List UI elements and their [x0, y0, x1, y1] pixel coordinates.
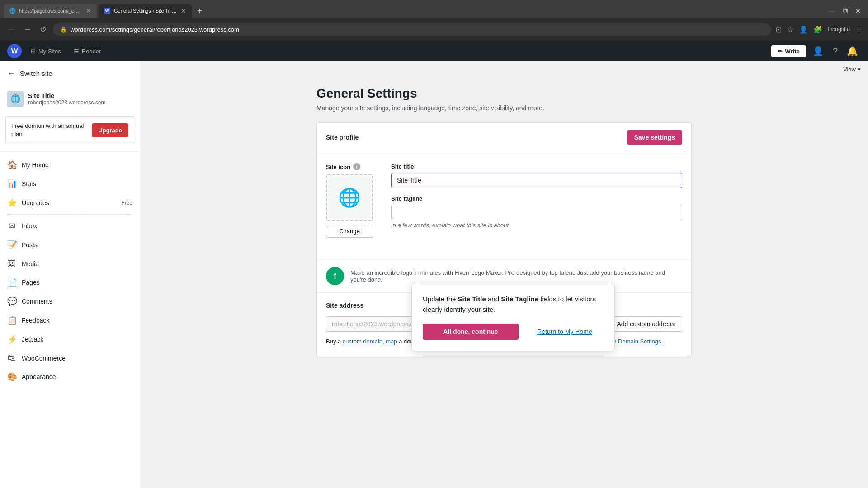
sidebar-label-media: Media [22, 260, 39, 267]
site-info: 🌐 Site Title robertjonas2023.wordpress.c… [0, 85, 140, 113]
change-icon-button[interactable]: Change [326, 225, 373, 238]
site-title-input[interactable] [391, 173, 682, 188]
save-settings-button[interactable]: Save settings [627, 130, 682, 145]
tooltip-text: Update the Site Title and Site Tagline f… [423, 294, 604, 314]
home-icon: 🏠 [7, 160, 16, 170]
tab-close-2[interactable]: ✕ [181, 7, 186, 14]
profile-icon[interactable]: 👤 [799, 25, 808, 34]
view-bar: View ▾ [140, 61, 868, 77]
maximize-icon[interactable]: ⧉ [843, 7, 848, 15]
card-body: Site icon i 🌐 Change Site title [317, 152, 691, 259]
tab-inactive[interactable]: 🌐 https://pageflows.com/_emails/ ✕ [4, 4, 97, 18]
upgrade-button[interactable]: Upgrade [92, 123, 128, 137]
lock-icon: 🔒 [60, 26, 67, 33]
sidebar-label-woocommerce: WooCommerce [22, 355, 66, 362]
close-icon[interactable]: ✕ [855, 7, 861, 15]
card-header: Site profile Save settings [317, 123, 691, 152]
site-tagline-hint: In a few words, explain what this site i… [391, 222, 682, 229]
view-button[interactable]: View ▾ [843, 66, 861, 73]
site-icon-preview: 🌐 [326, 174, 373, 221]
tab-active[interactable]: W General Settings ‹ Site Title — W... ✕ [99, 4, 192, 18]
sidebar-item-comments[interactable]: 💬 Comments [0, 292, 140, 311]
sidebar-divider-1 [0, 151, 140, 152]
upgrade-text: Free domain with an annual plan [11, 122, 92, 138]
jetpack-icon: ⚡ [7, 334, 16, 344]
upgrades-icon: ⭐ [7, 198, 16, 208]
site-url: robertjonas2023.wordpress.com [28, 99, 105, 106]
sidebar-item-posts[interactable]: 📝 Posts [0, 235, 140, 254]
site-details: Site Title robertjonas2023.wordpress.com [28, 92, 105, 106]
sidebar-item-upgrades[interactable]: ⭐ Upgrades Free [0, 193, 140, 212]
my-sites-link[interactable]: ⊞ My Sites [25, 45, 66, 57]
forward-button[interactable]: → [22, 23, 33, 36]
site-tagline-input[interactable] [391, 205, 682, 220]
reload-button[interactable]: ↺ [38, 23, 48, 36]
user-button[interactable]: 👤 [810, 43, 826, 59]
url-text: wordpress.com/settings/general/robertjon… [71, 26, 239, 33]
menu-icon[interactable]: ⋮ [855, 25, 863, 34]
comments-icon: 💬 [7, 296, 16, 306]
sidebar-item-my-home[interactable]: 🏠 My Home [0, 155, 140, 174]
reader-link[interactable]: ☰ Reader [68, 45, 107, 57]
help-button[interactable]: ? [830, 43, 840, 59]
custom-domain-link[interactable]: custom domain [343, 338, 382, 345]
feedback-icon: 📋 [7, 315, 16, 325]
main-layout: ← Switch site 🌐 Site Title robertjonas20… [0, 61, 868, 488]
browser-actions: ⊡ ☆ 👤 🧩 Incognito ⋮ [776, 25, 863, 34]
inbox-icon: ✉ [7, 221, 16, 231]
wp-logo: W [7, 44, 22, 58]
notifications-button[interactable]: 🔔 [844, 43, 861, 59]
upgrades-badge: Free [121, 200, 132, 206]
sidebar-item-jetpack[interactable]: ⚡ Jetpack [0, 330, 140, 349]
sidebar-item-woocommerce[interactable]: 🛍 WooCommerce [0, 349, 140, 367]
posts-icon: 📝 [7, 240, 16, 250]
site-tagline-label: Site tagline [391, 195, 682, 202]
tab-close-1[interactable]: ✕ [86, 7, 91, 14]
wp-topbar: W ⊞ My Sites ☰ Reader ✏ Write 👤 ? 🔔 [0, 41, 868, 61]
all-done-continue-button[interactable]: All done, continue [423, 324, 519, 340]
sidebar-item-pages[interactable]: 📄 Pages [0, 273, 140, 292]
pages-icon: 📄 [7, 277, 16, 287]
sidebar-label-upgrades: Upgrades [22, 199, 49, 206]
sidebar-label-pages: Pages [22, 279, 40, 286]
tab-favicon-2: W [104, 8, 110, 14]
url-bar[interactable]: 🔒 wordpress.com/settings/general/robertj… [53, 23, 771, 36]
sidebar-item-media[interactable]: 🖼 Media [0, 254, 140, 273]
card-title: Site profile [326, 134, 359, 141]
sidebar-item-appearance[interactable]: 🎨 Appearance [0, 367, 140, 386]
add-custom-address-label: Add custom address [617, 320, 675, 328]
write-button[interactable]: ✏ Write [771, 45, 806, 57]
write-icon: ✏ [778, 48, 783, 55]
tab-favicon-1: 🌐 [9, 8, 15, 14]
bookmark-icon[interactable]: ☆ [787, 25, 793, 34]
tooltip-overlay: Update the Site Title and Site Tagline f… [411, 283, 615, 351]
map-link[interactable]: map [386, 338, 397, 345]
form-fields: Site title Site tagline In a few words, … [391, 163, 682, 238]
site-title-group: Site title [391, 163, 682, 188]
sidebar-label-jetpack: Jetpack [22, 336, 43, 343]
sidebar-item-feedback[interactable]: 📋 Feedback [0, 311, 140, 330]
chevron-down-icon: ▾ [858, 66, 861, 73]
switch-site-link[interactable]: ← Switch site [0, 61, 140, 85]
my-sites-label: My Sites [38, 48, 61, 55]
sidebar-item-stats[interactable]: 📊 Stats [0, 174, 140, 193]
info-icon[interactable]: i [353, 163, 360, 170]
sidebar-label-my-home: My Home [22, 161, 49, 169]
reader-icon: ☰ [74, 48, 79, 55]
sidebar-label-feedback: Feedback [22, 317, 49, 324]
appearance-icon: 🎨 [7, 372, 16, 382]
new-tab-button[interactable]: + [193, 6, 206, 16]
site-icon-section: Site icon i 🌐 Change Site title [326, 163, 682, 238]
view-label: View [843, 66, 856, 73]
sidebar-item-inbox[interactable]: ✉ Inbox [0, 216, 140, 235]
page-title: General Settings [316, 86, 692, 101]
minimize-icon[interactable]: — [828, 7, 835, 15]
tooltip-actions: All done, continue Return to My Home [423, 324, 604, 340]
sidebar-label-stats: Stats [22, 180, 36, 188]
upgrade-banner: Free domain with an annual plan Upgrade [5, 116, 134, 144]
fiverr-logo-icon: f [326, 267, 344, 285]
tab-bar: 🌐 https://pageflows.com/_emails/ ✕ W Gen… [0, 0, 868, 18]
sidebar: ← Switch site 🌐 Site Title robertjonas20… [0, 61, 140, 488]
back-button[interactable]: ← [5, 23, 17, 36]
return-to-my-home-link[interactable]: Return to My Home [526, 328, 604, 335]
